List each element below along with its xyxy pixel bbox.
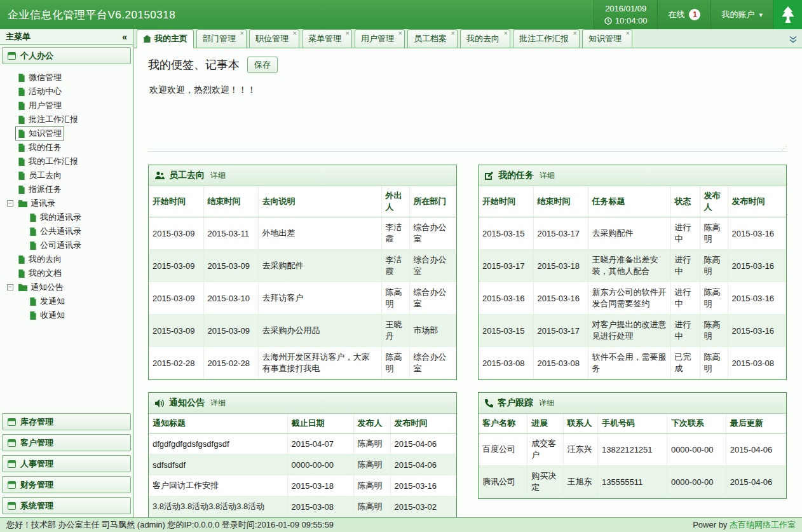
- tree-item[interactable]: 用户管理: [0, 99, 133, 113]
- tab[interactable]: 职位管理×: [249, 29, 299, 48]
- document-icon: [29, 228, 37, 236]
- theme-button[interactable]: [773, 0, 802, 29]
- table-row[interactable]: 2015-03-092015-03-09去采购办公用品王晓丹市场部: [149, 315, 456, 347]
- panel-detail-link[interactable]: 详细: [210, 398, 226, 409]
- chevron-double-down-icon[interactable]: [789, 36, 798, 44]
- panel-header: 客户跟踪 详细: [479, 393, 786, 414]
- tree-item[interactable]: 员工去向: [0, 168, 133, 182]
- tree-item[interactable]: 我的任务: [0, 140, 133, 154]
- table-row[interactable]: 百度公司成交客户汪东兴138221212510000-00-002015-04-…: [479, 433, 786, 466]
- table-row[interactable]: 2015-03-092015-03-11外地出差李洁霞综合办公室: [149, 217, 456, 250]
- tree-item[interactable]: 收通知: [0, 308, 133, 322]
- save-button[interactable]: 保存: [247, 57, 278, 73]
- tree-item[interactable]: 我的文档: [0, 266, 133, 280]
- document-icon: [18, 130, 25, 138]
- table-row[interactable]: 2015-03-092015-03-10去拜访客户陈高明综合办公室: [149, 282, 456, 315]
- tree-item[interactable]: 我的通讯录: [0, 210, 133, 224]
- resize-handle-icon[interactable]: ⋰: [781, 145, 787, 151]
- accordion-section[interactable]: 人事管理: [2, 455, 131, 472]
- tree-item-label: 公司通讯录: [40, 240, 81, 251]
- tree-item[interactable]: −通讯录: [0, 196, 133, 210]
- tab-close-icon[interactable]: ×: [398, 30, 402, 37]
- tree-item[interactable]: −通知公告: [0, 280, 133, 294]
- tab-close-icon[interactable]: ×: [626, 30, 630, 37]
- accordion-section[interactable]: 财务管理: [2, 476, 131, 493]
- speaker-icon: [155, 399, 165, 407]
- table-cell: 成交客户: [527, 433, 563, 466]
- table-row[interactable]: 2015-03-152015-03-17对客户提出的改进意见进行处理进行中陈高明…: [479, 315, 786, 347]
- table-row[interactable]: sdfsdfsdf0000-00-00陈高明2015-04-06: [149, 454, 456, 475]
- tab[interactable]: 员工档案×: [407, 29, 458, 48]
- table-row[interactable]: 2015-03-092015-03-09去采购配件李洁霞综合办公室: [149, 250, 456, 282]
- tab-close-icon[interactable]: ×: [240, 30, 244, 37]
- online-indicator[interactable]: 在线 1: [657, 0, 710, 29]
- tree-item[interactable]: 微信管理: [0, 71, 133, 85]
- account-menu[interactable]: 我的账户 ▾: [710, 0, 773, 29]
- panel-detail-link[interactable]: 详细: [540, 170, 555, 181]
- table-cell: 2015-03-16: [728, 250, 786, 282]
- tab-close-icon[interactable]: ×: [504, 30, 508, 37]
- tree-item[interactable]: 公司通讯录: [0, 238, 133, 252]
- table-row[interactable]: dfgdfgdfgdsfgsdfgsdf2015-04-07陈高明2015-04…: [149, 433, 456, 454]
- tab-close-icon[interactable]: ×: [293, 30, 297, 37]
- tab[interactable]: 我的主页: [137, 29, 194, 48]
- folder-icon: [18, 200, 27, 207]
- table-cell: 13822121251: [598, 433, 667, 466]
- panel-detail-link[interactable]: 详细: [210, 170, 226, 181]
- module-icon: [8, 439, 16, 447]
- table-row[interactable]: 2015-03-162015-03-16新东方公司的软件开发合同需要签约进行中陈…: [479, 282, 786, 315]
- document-icon: [18, 172, 25, 180]
- table-row[interactable]: 3.8活动3.8活动3.8活动3.8活动2015-03-08陈高明2015-03…: [149, 496, 456, 517]
- tree-item[interactable]: 指派任务: [0, 182, 133, 196]
- tab[interactable]: 用户管理×: [355, 29, 405, 48]
- studio-link[interactable]: 杰百纳网络工作室: [730, 520, 796, 529]
- document-icon: [18, 158, 25, 166]
- collapse-node-icon[interactable]: −: [7, 284, 13, 290]
- tab-close-icon[interactable]: ×: [573, 30, 577, 37]
- table-cell: 2015-04-06: [726, 466, 786, 498]
- column-header: 状态: [670, 186, 700, 217]
- tree-item[interactable]: 我的去向: [0, 252, 133, 266]
- tab-close-icon[interactable]: ×: [346, 30, 350, 37]
- table-row[interactable]: 客户回访工作安排2015-03-18陈高明2015-03-16: [149, 475, 456, 496]
- tab[interactable]: 菜单管理×: [302, 29, 352, 48]
- tree-item[interactable]: 发通知: [0, 294, 133, 308]
- accordion-personal-office[interactable]: 个人办公: [2, 47, 131, 64]
- table-row[interactable]: 2015-03-172015-03-18王晓丹准备出差安装，其他人配合进行中陈高…: [479, 250, 786, 282]
- tab[interactable]: 部门管理×: [196, 29, 247, 48]
- table-cell: 综合办公室: [409, 250, 456, 282]
- notes-editor[interactable]: 欢迎欢迎，热烈欢迎！！！ ⋰: [148, 81, 787, 152]
- table-cell: 汪东兴: [563, 433, 597, 466]
- accordion-label: 个人办公: [20, 50, 53, 62]
- module-icon: [8, 502, 16, 510]
- sidebar-title: 主菜单: [6, 31, 31, 43]
- table-row[interactable]: 腾讯公司购买决定王旭东1355555110000-00-002015-04-06: [479, 466, 786, 498]
- table-cell: 3.8活动3.8活动3.8活动3.8活动: [149, 496, 287, 517]
- table-row[interactable]: 2015-03-152015-03-17去采购配件进行中陈高明2015-03-1…: [479, 217, 786, 250]
- tab[interactable]: 知识管理×: [582, 29, 632, 48]
- clock-icon: [604, 17, 612, 25]
- tree-item[interactable]: 知识管理: [0, 126, 133, 140]
- table-row[interactable]: 2015-02-282015-02-28去海州开发区拜访客户，大家有事直接打我电…: [149, 347, 456, 379]
- collapse-sidebar-icon[interactable]: «: [122, 32, 127, 42]
- table-cell: 陈高明: [353, 496, 390, 517]
- tab-label: 我的主页: [154, 33, 187, 44]
- tree-item[interactable]: 我的工作汇报: [0, 154, 133, 168]
- table-row[interactable]: 2015-03-082015-03-08软件不会用，需要服务已完成陈高明2015…: [479, 347, 786, 379]
- tree-item[interactable]: 活动中心: [0, 85, 133, 99]
- column-header: 发布时间: [390, 414, 456, 433]
- accordion-section[interactable]: 库存管理: [2, 413, 131, 430]
- my-tasks-table: 开始时间结束时间任务标题状态发布人发布时间2015-03-152015-03-1…: [479, 186, 786, 379]
- accordion-section[interactable]: 客户管理: [2, 434, 131, 451]
- tab[interactable]: 批注工作汇报×: [513, 29, 580, 48]
- document-icon: [18, 269, 25, 278]
- collapse-node-icon[interactable]: −: [7, 200, 13, 207]
- table-cell: 陈高明: [700, 315, 728, 347]
- tab[interactable]: 我的去向×: [460, 29, 510, 48]
- tab-close-icon[interactable]: ×: [451, 30, 455, 37]
- panel-detail-link[interactable]: 详细: [539, 398, 554, 409]
- column-header: 去向说明: [258, 186, 381, 217]
- tree-item[interactable]: 批注工作汇报: [0, 113, 133, 126]
- tree-item[interactable]: 公共通讯录: [0, 224, 133, 238]
- accordion-section[interactable]: 系统管理: [2, 497, 131, 514]
